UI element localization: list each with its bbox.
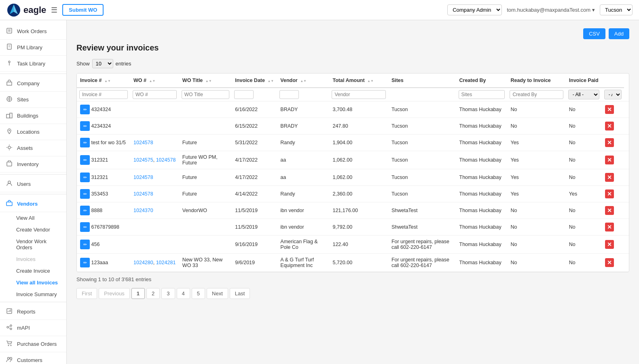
add-button[interactable]: Add (609, 28, 629, 39)
row-created-by: Thomas Huckabay (456, 219, 508, 236)
submenu-create-invoice[interactable]: Create Invoice (0, 265, 66, 277)
wo-num-link[interactable]: 1024578 (156, 157, 176, 163)
filter-date1-input[interactable] (234, 90, 254, 99)
edit-icon[interactable]: ✏ (80, 240, 90, 249)
th-wo-title[interactable]: WO Title ▲▼ (179, 74, 232, 88)
th-created-by[interactable]: Created By (456, 74, 508, 88)
sidebar-item-sites[interactable]: Sites (0, 92, 66, 108)
submenu-view-all[interactable]: View All (0, 212, 66, 224)
sidebar-item-task-library[interactable]: Task Library (0, 56, 66, 72)
sidebar-item-company[interactable]: Company (0, 76, 66, 92)
pagination-first[interactable]: First (76, 288, 97, 299)
sidebar-item-customers[interactable]: Customers (0, 352, 66, 364)
pagination-page-4[interactable]: 4 (177, 288, 190, 299)
invoice-num-value: test for wo 31/5 (91, 140, 125, 145)
th-vendor[interactable]: Vendor ▲▼ (277, 74, 329, 88)
delete-icon[interactable]: ✕ (605, 122, 614, 130)
sidebar-item-inventory[interactable]: Inventory (0, 156, 66, 173)
th-invoice-paid[interactable]: Invoice Paid (566, 74, 602, 88)
submenu-view-all-invoices[interactable]: View all Invoices (0, 277, 66, 288)
delete-icon[interactable]: ✕ (605, 223, 614, 231)
submenu-invoice-summary[interactable]: Invoice Summary (0, 288, 66, 300)
filter-date2-input[interactable] (279, 90, 299, 99)
filter-wo-title-input[interactable] (182, 90, 229, 99)
wo-num-link[interactable]: 1024281 (156, 260, 176, 265)
sidebar-item-assets[interactable]: Assets (0, 140, 66, 156)
sidebar-item-buildings[interactable]: Buildings (0, 108, 66, 124)
pagination-page-1[interactable]: 1 (131, 288, 145, 299)
delete-icon[interactable]: ✕ (605, 156, 614, 164)
edit-icon[interactable]: ✏ (80, 105, 90, 114)
filter-created-by-input[interactable] (510, 90, 563, 99)
row-invoice-paid: No (566, 219, 602, 236)
pagination-page-2[interactable]: 2 (146, 288, 160, 299)
edit-icon[interactable]: ✏ (80, 155, 90, 165)
edit-icon[interactable]: ✏ (80, 138, 90, 147)
table-row: ✏ 3534531024578Future4/14/2022Randy2,360… (77, 186, 629, 202)
sidebar-item-reports[interactable]: Reports (0, 304, 66, 320)
pagination-last[interactable]: Last (230, 288, 250, 299)
wo-num-link[interactable]: 1024578 (133, 175, 153, 180)
submenu-vendor-work-orders[interactable]: Vendor Work Orders (0, 236, 66, 253)
pagination-page-5[interactable]: 5 (192, 288, 205, 299)
edit-icon[interactable]: ✏ (80, 121, 90, 131)
svg-point-9 (8, 61, 10, 63)
filter-wo-num-input[interactable] (133, 90, 177, 99)
wo-num-link[interactable]: 1024578 (133, 191, 153, 197)
delete-icon[interactable]: ✕ (605, 258, 614, 267)
filter-vendor-input[interactable] (332, 90, 385, 99)
company-role-select[interactable]: Company Admin (447, 4, 502, 15)
sidebar-item-vendors[interactable]: Vendors (0, 196, 66, 212)
row-total-amount: 121,176.00 (329, 202, 388, 219)
filter-ready-select[interactable]: - All - (568, 90, 599, 99)
delete-icon[interactable]: ✕ (605, 240, 614, 249)
th-wo-num[interactable]: WO # ▲▼ (130, 74, 179, 88)
sidebar-item-purchase-orders[interactable]: Purchase Orders (0, 336, 66, 352)
wo-num-link[interactable]: 1024578 (133, 140, 153, 145)
submenu-create-vendor[interactable]: Create Vendor (0, 224, 66, 236)
th-total-amount[interactable]: Total Amount ▲▼ (329, 74, 388, 88)
delete-icon[interactable]: ✕ (605, 173, 614, 182)
edit-icon[interactable]: ✏ (80, 258, 90, 267)
pagination-next[interactable]: Next (207, 288, 228, 299)
th-invoice-date[interactable]: Invoice Date ▲▼ (232, 74, 277, 88)
wo-num-link[interactable]: 1024280 (133, 260, 153, 265)
th-ready-to-invoice[interactable]: Ready to Invoice (507, 74, 565, 88)
entries-select[interactable]: 10 25 50 100 (92, 59, 113, 68)
hamburger-icon[interactable]: ☰ (51, 6, 57, 15)
invoice-num-value: 6767879898 (91, 224, 119, 230)
sidebar-item-locations[interactable]: Locations (0, 124, 66, 140)
sidebar-item-users[interactable]: Users (0, 176, 66, 192)
row-ready-to-invoice: No (507, 236, 565, 254)
edit-icon[interactable]: ✏ (80, 189, 90, 199)
delete-icon[interactable]: ✕ (605, 206, 614, 215)
row-sites: ShwetaTest (388, 219, 456, 236)
row-sites: Tucson (388, 118, 456, 135)
submit-wo-button[interactable]: Submit WO (62, 4, 104, 16)
location-select[interactable]: Tucson (600, 4, 633, 15)
edit-icon[interactable]: ✏ (80, 206, 90, 215)
svg-line-25 (8, 326, 10, 327)
delete-icon[interactable]: ✕ (605, 189, 614, 198)
filter-paid-select[interactable]: - All - (604, 90, 622, 99)
delete-icon[interactable]: ✕ (605, 138, 614, 147)
wo-num-link[interactable]: 1024370 (133, 208, 153, 213)
edit-icon[interactable]: ✏ (80, 173, 90, 182)
filter-sites-input[interactable] (459, 90, 505, 99)
row-sites: Tucson (388, 101, 456, 118)
sidebar-item-mapi[interactable]: mAPI (0, 320, 66, 336)
sidebar-item-pm-library[interactable]: PM Library (0, 40, 66, 56)
row-sites: For urgent repairs, please call 602-220-… (388, 254, 456, 272)
edit-icon[interactable]: ✏ (80, 222, 90, 232)
submenu-invoices[interactable]: Invoices (0, 253, 66, 265)
csv-button[interactable]: CSV (583, 28, 605, 39)
row-wo-title (179, 101, 232, 118)
pagination-previous[interactable]: Previous (99, 288, 130, 299)
th-sites[interactable]: Sites (388, 74, 456, 88)
delete-icon[interactable]: ✕ (605, 105, 614, 114)
th-invoice-num[interactable]: Invoice # ▲▼ (77, 74, 130, 88)
wo-num-link[interactable]: 1024575 (133, 157, 153, 163)
filter-invoice-num-input[interactable] (79, 90, 128, 99)
sidebar-item-work-orders[interactable]: Work Orders (0, 23, 66, 40)
pagination-page-3[interactable]: 3 (161, 288, 175, 299)
